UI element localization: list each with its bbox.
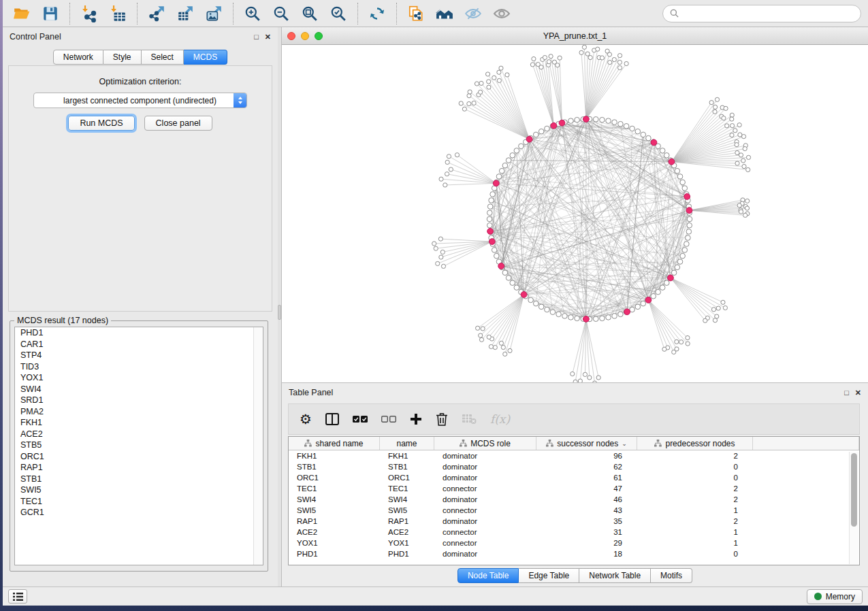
mcds-result-item[interactable]: CAR1 [15, 339, 263, 350]
search-box[interactable] [662, 5, 861, 22]
col-successor-nodes[interactable]: successor nodes ⌄ [536, 437, 637, 450]
duplicate-network-button[interactable] [405, 3, 427, 24]
tab-mcds[interactable]: MCDS [184, 50, 227, 65]
deselect-all-icon [381, 415, 396, 423]
tab-style[interactable]: Style [103, 50, 142, 65]
select-all-icon [353, 415, 368, 423]
memory-button[interactable]: Memory [807, 589, 863, 604]
network-canvas[interactable] [282, 45, 868, 382]
mcds-result-item[interactable]: STB5 [15, 440, 263, 451]
node-table-header: shared name name MCDS role successor nod… [289, 437, 859, 450]
delete-column-button[interactable] [436, 412, 448, 426]
float-table-panel-icon[interactable]: □ [844, 389, 849, 397]
zoom-in-button[interactable] [242, 3, 263, 24]
show-column-panel-button[interactable] [325, 413, 339, 425]
tab-select[interactable]: Select [142, 50, 184, 65]
tab-network[interactable]: Network [53, 50, 103, 65]
hide-selected-button[interactable] [462, 3, 484, 24]
node-table-body: FKH1 FKH1 dominator 96 2 STB1 STB1 domin… [289, 450, 859, 559]
col-mcds-role[interactable]: MCDS role [434, 437, 536, 450]
col-predecessor-nodes[interactable]: predecessor nodes [637, 437, 753, 450]
add-column-button[interactable] [410, 413, 422, 425]
tab-motifs[interactable]: Motifs [651, 568, 692, 583]
tab-node-table[interactable]: Node Table [457, 568, 519, 583]
table-panel: Table Panel □ ✕ ⚙ f(x) shared name name [281, 382, 868, 587]
import-table-icon [109, 5, 127, 22]
table-row[interactable]: SWI5 SWI5 connector 43 1 [289, 505, 859, 516]
show-panels-button[interactable] [8, 589, 27, 604]
mcds-result-item[interactable]: PMA2 [15, 406, 263, 418]
settings-gear-button[interactable]: ⚙ [300, 412, 312, 426]
save-button[interactable] [39, 3, 61, 24]
export-image-button[interactable] [203, 3, 225, 24]
import-group [69, 3, 137, 24]
col-name[interactable]: name [380, 437, 434, 450]
search-input[interactable] [683, 9, 854, 18]
mcds-result-list[interactable]: PHD1CAR1STP4TID3YOX1SWI4SRD1PMA2FKH1ACE2… [14, 327, 263, 565]
table-row[interactable]: YOX1 YOX1 connector 29 1 [289, 538, 859, 548]
table-row[interactable]: SWI4 SWI4 dominator 46 2 [289, 494, 859, 505]
table-row[interactable]: ORC1 ORC1 dominator 61 0 [289, 472, 859, 483]
mcds-result-item[interactable]: ACE2 [15, 429, 263, 440]
mcds-result-item[interactable]: GCR1 [15, 507, 263, 518]
deselect-all-button[interactable] [381, 415, 396, 423]
table-scrollbar-thumb[interactable] [851, 453, 857, 527]
first-neighbors-button[interactable] [434, 3, 455, 24]
mcds-result-item[interactable]: FKH1 [15, 417, 263, 429]
mcds-list-scrollbar[interactable] [253, 327, 263, 565]
table-scrollbar[interactable] [849, 452, 858, 564]
mcds-result-item[interactable]: YOX1 [15, 372, 263, 384]
table-row[interactable]: RAP1 RAP1 dominator 35 2 [289, 516, 859, 527]
close-panel-button[interactable]: Close panel [144, 116, 212, 131]
tab-edge-table[interactable]: Edge Table [519, 568, 579, 583]
column-type-icon [460, 440, 467, 447]
export-network-button[interactable] [146, 3, 167, 24]
table-row[interactable]: TEC1 TEC1 connector 47 2 [289, 483, 859, 494]
mcds-result-item[interactable]: SWI4 [15, 384, 263, 395]
run-mcds-button[interactable]: Run MCDS [68, 116, 134, 131]
mcds-result-item[interactable]: ORC1 [15, 451, 263, 463]
mcds-result-item[interactable]: SRD1 [15, 395, 263, 406]
column-type-icon [546, 440, 553, 447]
network-window-titlebar[interactable]: YPA_prune.txt_1 [282, 27, 868, 45]
open-folder-button[interactable] [11, 3, 33, 24]
gear-icon: ⚙ [300, 412, 312, 426]
mcds-result-group: MCDS result (17 nodes) PHD1CAR1STP4TID3Y… [10, 316, 268, 572]
import-table-button[interactable] [107, 3, 129, 24]
mcds-result-item[interactable]: TEC1 [15, 496, 263, 508]
table-row[interactable]: PHD1 PHD1 dominator 18 0 [289, 548, 859, 559]
close-panel-icon[interactable]: ✕ [265, 33, 271, 41]
mcds-result-item[interactable]: STP4 [15, 350, 263, 361]
tab-network-table[interactable]: Network Table [579, 568, 651, 583]
zoom-fit-button[interactable] [299, 3, 321, 24]
mcds-result-item[interactable]: RAP1 [15, 462, 263, 474]
zoom-out-button[interactable] [270, 3, 292, 24]
optimization-criterion-select[interactable]: largest connected component (undirected) [33, 93, 247, 108]
table-row[interactable]: FKH1 FKH1 dominator 96 2 [289, 450, 859, 461]
mcds-result-item[interactable]: STB1 [15, 474, 263, 485]
column-type-icon [304, 440, 312, 447]
zoom-group [233, 3, 357, 24]
zoom-selected-button[interactable] [327, 3, 349, 24]
show-all-button[interactable] [491, 3, 513, 24]
network-graph[interactable] [282, 45, 868, 382]
refresh-icon [368, 5, 386, 22]
memory-status-icon [814, 593, 822, 600]
trash-icon [436, 412, 448, 426]
import-network-button[interactable] [78, 3, 100, 24]
col-shared-name[interactable]: shared name [289, 437, 380, 450]
optimization-criterion-value: largest connected component (undirected) [34, 96, 234, 105]
mcds-result-item[interactable]: SWI5 [15, 484, 263, 496]
refresh-button[interactable] [366, 3, 388, 24]
export-table-button[interactable] [174, 3, 196, 24]
table-row[interactable]: STB1 STB1 dominator 62 0 [289, 461, 859, 472]
node-table: shared name name MCDS role successor nod… [288, 436, 860, 565]
close-table-panel-icon[interactable]: ✕ [855, 389, 861, 397]
select-all-button[interactable] [353, 415, 368, 423]
mcds-result-item[interactable]: PHD1 [15, 327, 263, 339]
mcds-result-item[interactable]: TID3 [15, 361, 263, 373]
float-panel-icon[interactable]: □ [254, 33, 259, 41]
control-panel-title: Control Panel [10, 32, 61, 42]
table-row[interactable]: ACE2 ACE2 connector 31 1 [289, 527, 859, 538]
export-network-icon [148, 5, 165, 22]
